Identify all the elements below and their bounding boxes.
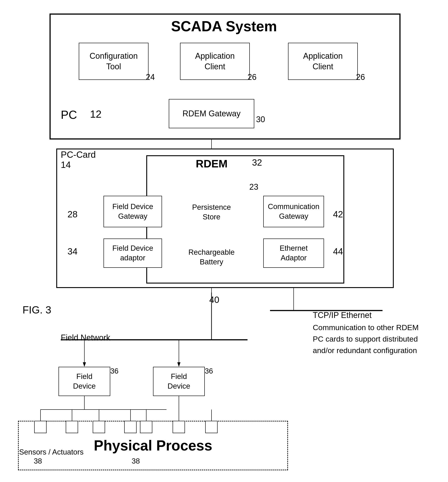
config-tool-label: ConfigurationTool <box>89 51 138 72</box>
ethernet-label: EthernetAdaptor <box>280 243 308 263</box>
app-client1-number: 26 <box>248 72 256 82</box>
sensor-box-4 <box>124 421 136 433</box>
sensor-box-5 <box>140 421 152 433</box>
app-client1-label: ApplicationClient <box>195 51 235 72</box>
app-client2-number: 26 <box>356 72 365 82</box>
commgw-box: CommunicationGateway <box>263 196 324 227</box>
sensor-box-2 <box>66 421 78 433</box>
ethernet-box: EthernetAdaptor <box>263 239 324 268</box>
num-34: 34 <box>67 246 78 257</box>
app-client2-box: ApplicationClient <box>288 43 358 80</box>
field-device1-label: FieldDevice <box>73 372 96 391</box>
persistence-text: PersistenceStore <box>187 202 236 222</box>
config-tool-box: ConfigurationTool <box>79 43 149 80</box>
sensors-label: Sensors / Actuators <box>19 448 83 456</box>
num-23: 23 <box>249 182 258 192</box>
tcpip-label: TCP/IP Ethernet <box>313 311 371 320</box>
fig-label: FIG. 3 <box>23 304 51 316</box>
field-device1-number: 36 <box>110 367 119 375</box>
pccard-label: PC-Card <box>61 150 96 160</box>
sensor-box-7 <box>205 421 218 433</box>
sensors-num2: 38 <box>132 457 140 465</box>
field-device2-number: 36 <box>205 367 213 375</box>
fdg-label: Field DeviceGateway <box>112 202 153 221</box>
config-tool-number: 24 <box>146 72 155 82</box>
field-device2-label: FieldDevice <box>168 372 190 391</box>
num-40: 40 <box>209 295 219 305</box>
field-network-label: Field Network <box>61 333 110 343</box>
field-device1-box: FieldDevice <box>58 367 110 396</box>
rdem-title: RDEM <box>196 158 227 170</box>
sensor-box-3 <box>93 421 105 433</box>
pc-number: 12 <box>90 108 102 120</box>
physical-text: Physical Process <box>94 437 212 454</box>
fda-box: Field Deviceadaptor <box>104 239 162 268</box>
sensor-box-1 <box>34 421 47 433</box>
fda-label: Field Deviceadaptor <box>112 243 153 263</box>
fdg-box: Field DeviceGateway <box>104 196 162 227</box>
rdem-gateway-number: 30 <box>256 115 265 124</box>
app-client1-box: ApplicationClient <box>180 43 250 80</box>
field-device2-box: FieldDevice <box>153 367 205 396</box>
comm-desc: Communication to other RDEMPC cards to s… <box>313 322 425 356</box>
scada-title: SCADA System <box>0 18 448 35</box>
sensor-box-6 <box>173 421 185 433</box>
physical-box: Physical Process <box>18 421 288 470</box>
pc-label: PC <box>61 108 77 121</box>
num-28: 28 <box>67 209 78 219</box>
sensors-num: 38 <box>34 457 42 465</box>
rdem-gateway-label: RDEM Gateway <box>183 109 240 118</box>
commgw-label: CommunicationGateway <box>268 202 319 221</box>
rdem-gateway-box: RDEM Gateway <box>169 99 254 128</box>
rdem-number: 32 <box>252 158 262 168</box>
pccard-number: 14 <box>61 160 71 170</box>
num-42: 42 <box>333 209 343 219</box>
num-44: 44 <box>333 246 343 257</box>
diagram: SCADA System PC 12 ConfigurationTool 24 … <box>0 0 448 482</box>
battery-text: RechargeableBattery <box>187 248 236 267</box>
app-client2-label: ApplicationClient <box>303 51 343 72</box>
